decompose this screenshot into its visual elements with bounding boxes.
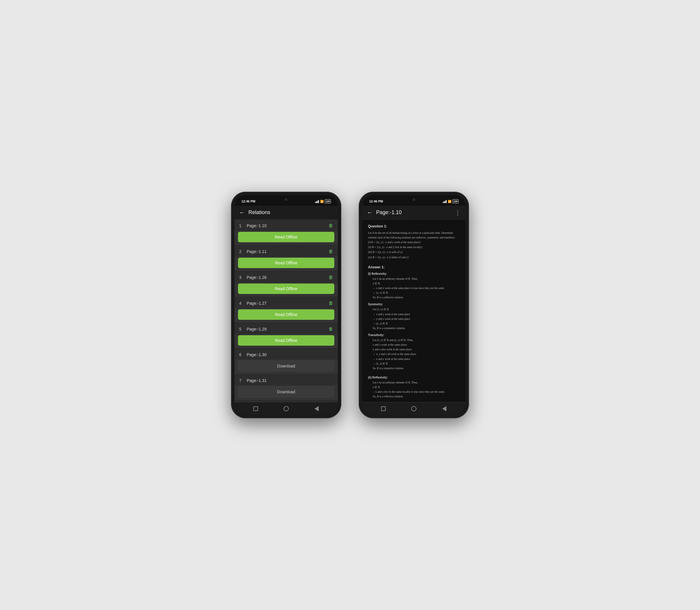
- read-offline-button-4[interactable]: Read Offline: [238, 309, 334, 320]
- wifi-icon-right: 📶: [448, 200, 451, 203]
- trans1-line4: → x and z work at the same place.: [373, 357, 460, 362]
- list-item: 2 Page:-1.11 🗑 Read Offline: [234, 245, 338, 271]
- q-part-3: (iii) R = {(x, y) : x is wife of y}: [368, 250, 460, 255]
- answer-title: Answer 1:: [368, 265, 460, 269]
- app-header-right: ← Page:-1.10 ⋮: [362, 206, 466, 220]
- reader-content: Question 1: Let A be the set of all huma…: [362, 220, 466, 402]
- read-offline-button-5[interactable]: Read Offline: [238, 335, 334, 346]
- question-title: Question 1:: [368, 224, 460, 228]
- nav-recent-button[interactable]: [252, 405, 259, 412]
- bottom-nav-right: [362, 402, 466, 415]
- list-item: 5 Page:-1.29 🗑 Read Offline: [234, 323, 338, 349]
- back-button-right[interactable]: ←: [367, 209, 373, 216]
- read-offline-button-3[interactable]: Read Offline: [238, 284, 334, 294]
- status-icons-left: 📶 100: [315, 199, 331, 203]
- trans1-line0: Let (x, y) ∈ R and (y, z) ∈ R. Then,: [373, 338, 460, 342]
- battery-level: 100: [326, 200, 330, 203]
- item-number: 5: [239, 327, 244, 332]
- sym1-line0: Let (x, y) ∈ R: [373, 307, 460, 312]
- symmetry1-title: Symmetry:: [368, 303, 460, 306]
- list-item: 1 Page:-1.10 🗑 Read Offline: [234, 220, 338, 245]
- refl2-line0: Let x be an arbitrary element of R. Then…: [373, 380, 460, 385]
- recent-icon-right: [381, 406, 386, 411]
- delete-icon[interactable]: 🗑: [329, 326, 333, 332]
- q-part-4: (iv) R = {(x, y) : x is father of and y}: [368, 255, 460, 260]
- sym1-line4: So, R is a symmetric relation.: [373, 326, 460, 331]
- item-title: Page:-1.29: [247, 327, 329, 332]
- trans1-line6: So, R is a transitive relation.: [373, 366, 460, 371]
- delete-icon[interactable]: 🗑: [329, 275, 333, 280]
- bottom-nav-left: [234, 402, 338, 415]
- delete-icon[interactable]: 🗑: [329, 301, 333, 306]
- delete-icon[interactable]: 🗑: [329, 223, 333, 228]
- trans1-line2: y and z also work at the same place.: [373, 347, 460, 352]
- status-icons-right: 📶 100: [443, 199, 459, 203]
- left-phone: 12:46 PM 📶 100 ← Relations: [231, 192, 341, 418]
- status-bar-left: 12:46 PM 📶 100: [234, 195, 338, 206]
- transitivity1-text: Let (x, y) ∈ R and (y, z) ∈ R. Then, x a…: [368, 338, 460, 371]
- read-offline-button-1[interactable]: Read Offline: [238, 232, 334, 242]
- nav-home-button[interactable]: [283, 405, 289, 412]
- signal-icon: [315, 200, 319, 203]
- refl1-line2: → x and x work at the same place is true…: [373, 286, 460, 290]
- item-title: Page:-1.10: [247, 223, 329, 228]
- nav-back-button[interactable]: [313, 405, 320, 412]
- reflexivity1-title: (I) Reflexivity:: [368, 272, 460, 275]
- signal-icon-right: [443, 200, 447, 203]
- list-item-header: 6 Page:-1.30: [234, 349, 338, 359]
- question-section: Question 1: Let A be the set of all huma…: [368, 224, 460, 260]
- app-header-left: ← Relations: [234, 206, 338, 220]
- more-menu-button[interactable]: ⋮: [455, 209, 461, 216]
- nav-home-button-right[interactable]: [411, 405, 417, 412]
- sym1-line2: → y and x work at the same place: [373, 317, 460, 321]
- delete-icon[interactable]: 🗑: [329, 249, 333, 254]
- nav-recent-button-right[interactable]: [380, 405, 387, 412]
- list-item-header: 3 Page:-1.26 🗑: [234, 271, 338, 282]
- read-offline-button-2[interactable]: Read Offline: [238, 258, 334, 268]
- item-number: 1: [239, 223, 244, 228]
- download-button-6[interactable]: Download: [238, 360, 334, 371]
- refl2-line3: So, R is a reflexive relation.: [373, 394, 460, 399]
- time-right: 12:46 PM: [369, 199, 383, 203]
- home-icon-right: [411, 406, 416, 411]
- sym1-line1: → x and y work at the same place: [373, 312, 460, 317]
- refl1-line3: → (x, x) ∈ R: [373, 290, 460, 295]
- header-title-right: Page:-1.10: [376, 209, 455, 215]
- nav-back-button-right[interactable]: [441, 405, 448, 412]
- item-number: 6: [239, 352, 244, 357]
- item-number: 2: [239, 249, 244, 254]
- content-list: 1 Page:-1.10 🗑 Read Offline 2 Page:-1.11…: [234, 220, 338, 402]
- list-item-header: 4 Page:-1.27 🗑: [234, 297, 338, 308]
- list-item: 7 Page:-1.31 Download: [234, 375, 338, 401]
- back-button-left[interactable]: ←: [239, 209, 245, 216]
- refl2-line1: x ∈ R: [373, 385, 460, 389]
- answer-section: Answer 1: (I) Reflexivity: Let x be an a…: [368, 265, 460, 371]
- list-item-header: 2 Page:-1.11 🗑: [234, 245, 338, 256]
- recent-icon: [253, 406, 258, 411]
- item-number: 4: [239, 301, 244, 306]
- battery-icon: 100: [325, 199, 331, 203]
- download-button-7[interactable]: Download: [238, 386, 334, 397]
- question-intro: Let A be the set of all human beings in …: [368, 231, 460, 240]
- item-title: Page:-1.27: [247, 301, 329, 306]
- status-bar-right: 12:46 PM 📶 100: [362, 195, 466, 206]
- back-icon: [315, 406, 319, 411]
- home-icon: [284, 406, 289, 411]
- reflexivity2-text: Let x be an arbitrary element of R. Then…: [368, 380, 460, 399]
- transitivity1-title: Transitivity:: [368, 334, 460, 337]
- list-item-header: 7 Page:-1.31: [234, 375, 338, 385]
- header-title-left: Relations: [248, 209, 333, 215]
- trans1-line5: → (x, z) ∈ R: [373, 362, 460, 366]
- reflexivity2-title: (ii) Reflexivity:: [368, 376, 460, 379]
- question-parts: (i) R = {(x, y) : x and y work at the sa…: [368, 240, 460, 260]
- sym1-line3: → (y, x) ∈ R: [373, 321, 460, 326]
- item-number: 7: [239, 378, 244, 383]
- refl1-line4: So, R is a reflexive relation.: [373, 295, 460, 300]
- symmetry1-text: Let (x, y) ∈ R → x and y work at the sam…: [368, 307, 460, 331]
- back-icon-right: [442, 406, 446, 411]
- trans1-line1: x and y work at the same place.: [373, 342, 460, 347]
- trans1-line3: → x, y and z all work at the same place: [373, 352, 460, 356]
- item-title: Page:-1.11: [247, 249, 329, 254]
- refl1-line0: Let x be an arbitrary element of R. Then…: [373, 276, 460, 281]
- q-part-1: (i) R = {(x, y) : x and y work at the sa…: [368, 240, 460, 245]
